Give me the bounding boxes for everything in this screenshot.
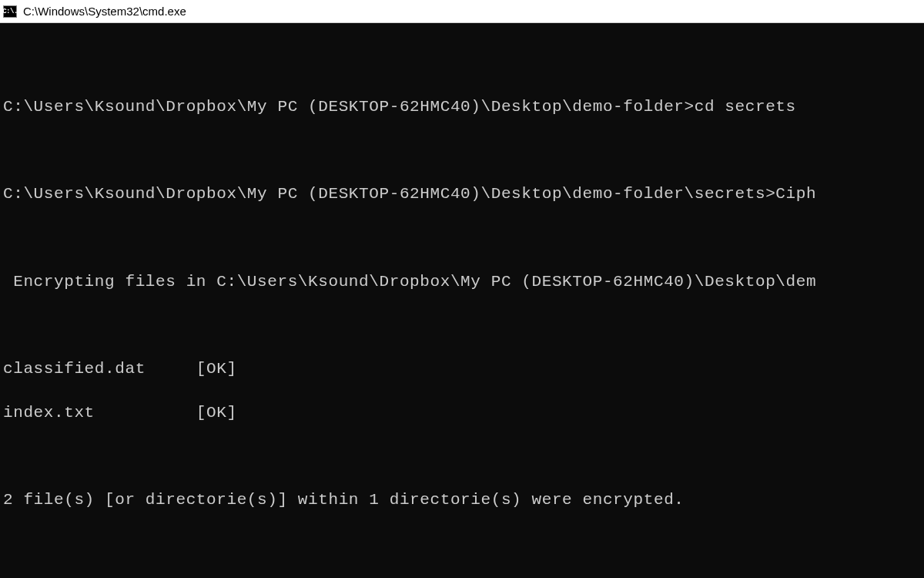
command-text: Ciph (775, 185, 816, 203)
terminal-line (3, 52, 921, 74)
prompt-path: C:\Users\Ksound\Dropbox\My PC (DESKTOP-6… (3, 98, 695, 116)
terminal-line: index.txt [OK] (3, 402, 921, 424)
terminal-line (3, 533, 921, 555)
terminal-line: C:\Users\Ksound\Dropbox\My PC (DESKTOP-6… (3, 96, 921, 118)
terminal-line (3, 446, 921, 468)
terminal-line: C:\Users\Ksound\Dropbox\My PC (DESKTOP-6… (3, 183, 921, 205)
terminal-line (3, 140, 921, 162)
window-titlebar[interactable]: C:\. C:\Windows\System32\cmd.exe (0, 0, 924, 23)
command-text: cd secrets (695, 98, 796, 116)
prompt-path: C:\Users\Ksound\Dropbox\My PC (DESKTOP-6… (3, 185, 775, 203)
terminal-line: Encrypting files in C:\Users\Ksound\Drop… (3, 271, 921, 293)
terminal-output[interactable]: C:\Users\Ksound\Dropbox\My PC (DESKTOP-6… (0, 23, 924, 578)
window-title: C:\Windows\System32\cmd.exe (23, 5, 186, 18)
terminal-line: 2 file(s) [or directorie(s)] within 1 di… (3, 489, 921, 511)
terminal-line (3, 314, 921, 336)
cmd-icon: C:\. (3, 5, 17, 18)
terminal-line (3, 227, 921, 249)
terminal-line: classified.dat [OK] (3, 358, 921, 380)
